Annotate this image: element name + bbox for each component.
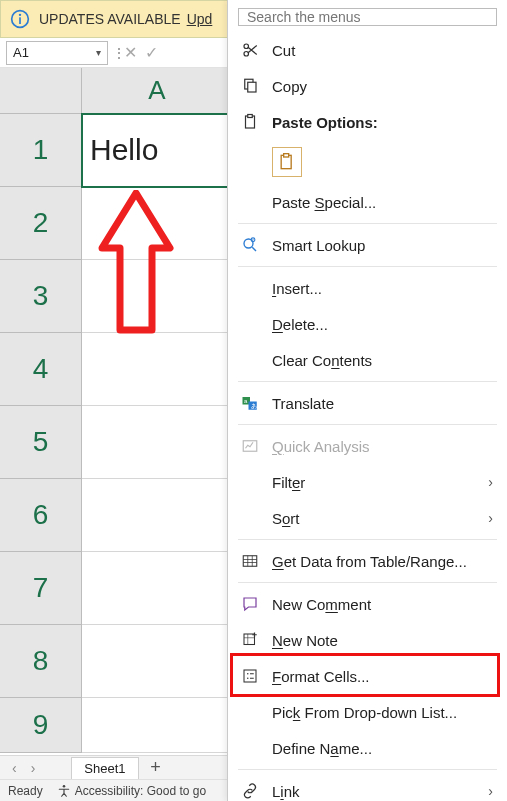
tab-next-icon[interactable]: ›	[27, 760, 40, 776]
column-header-a[interactable]: A	[82, 68, 233, 114]
cell-a3[interactable]	[82, 260, 233, 333]
row-header-2[interactable]: 2	[0, 187, 82, 260]
menu-define-name-label: Define Name...	[272, 740, 493, 757]
chevron-right-icon: ›	[488, 474, 493, 490]
cell-a5[interactable]	[82, 406, 233, 479]
svg-rect-7	[248, 82, 256, 92]
menu-link[interactable]: Link ›	[228, 773, 507, 801]
comment-icon	[240, 594, 260, 614]
grip-icon: ⋮	[112, 45, 118, 61]
menu-translate-label: Translate	[272, 395, 493, 412]
row-header-7[interactable]: 7	[0, 552, 82, 625]
paste-option-row	[228, 140, 507, 184]
menu-pick-list[interactable]: Pick From Drop-down List...	[228, 694, 507, 730]
sheet-tab-1[interactable]: Sheet1	[71, 757, 138, 779]
separator	[238, 769, 497, 770]
menu-smart-lookup[interactable]: Smart Lookup	[228, 227, 507, 263]
table-icon	[240, 551, 260, 571]
svg-rect-9	[248, 115, 253, 118]
menu-new-comment[interactable]: New Comment	[228, 586, 507, 622]
menu-filter-label: Filter	[272, 474, 476, 491]
status-ready: Ready	[8, 784, 43, 798]
menu-define-name[interactable]: Define Name...	[228, 730, 507, 766]
cell-a4[interactable]	[82, 333, 233, 406]
svg-point-1	[19, 14, 21, 16]
menu-smart-lookup-label: Smart Lookup	[272, 237, 493, 254]
menu-paste-options-label: Paste Options:	[272, 114, 493, 131]
cell-a2[interactable]	[82, 187, 233, 260]
svg-point-3	[62, 785, 65, 788]
menu-copy-label: Copy	[272, 78, 493, 95]
menu-pick-list-label: Pick From Drop-down List...	[272, 704, 493, 721]
tab-prev-icon[interactable]: ‹	[8, 760, 21, 776]
row-header-4[interactable]: 4	[0, 333, 82, 406]
cell-a9[interactable]	[82, 698, 233, 753]
cell-a1[interactable]: Hello	[82, 114, 233, 187]
clipboard-icon	[240, 112, 260, 132]
menu-copy[interactable]: Copy	[228, 68, 507, 104]
row-header-1[interactable]: 1	[0, 114, 82, 187]
row-header-5[interactable]: 5	[0, 406, 82, 479]
name-box-value: A1	[13, 45, 29, 60]
add-sheet-icon[interactable]: +	[145, 757, 167, 778]
separator	[238, 266, 497, 267]
quick-analysis-icon	[240, 436, 260, 456]
menu-clear-contents[interactable]: Clear Contents	[228, 342, 507, 378]
chevron-down-icon[interactable]: ▾	[96, 47, 101, 58]
accessibility-icon[interactable]: Accessibility: Good to go	[57, 784, 206, 798]
menu-new-comment-label: New Comment	[272, 596, 493, 613]
menu-link-label: Link	[272, 783, 476, 800]
cancel-icon[interactable]: ✕	[122, 43, 139, 62]
separator	[238, 539, 497, 540]
menu-new-note[interactable]: New Note	[228, 622, 507, 658]
menu-get-data-label: Get Data from Table/Range...	[272, 553, 493, 570]
cell-a1-value: Hello	[90, 133, 158, 167]
separator	[238, 381, 497, 382]
note-icon	[240, 630, 260, 650]
menu-insert[interactable]: Insert...	[228, 270, 507, 306]
svg-rect-14	[252, 239, 253, 240]
cell-a6[interactable]	[82, 479, 233, 552]
row-header-9[interactable]: 9	[0, 698, 82, 753]
banner-link[interactable]: Upd	[187, 11, 213, 27]
menu-cut[interactable]: Cut	[228, 32, 507, 68]
menu-delete-label: Delete...	[272, 316, 493, 333]
menu-search-input[interactable]: Search the menus	[238, 8, 497, 26]
svg-rect-22	[244, 670, 256, 682]
svg-point-24	[247, 678, 249, 680]
menu-quick-analysis: Quick Analysis	[228, 428, 507, 464]
menu-paste-special-label: Paste Special...	[272, 194, 493, 211]
row-header-8[interactable]: 8	[0, 625, 82, 698]
search-icon	[240, 235, 260, 255]
paste-default-button[interactable]	[272, 147, 302, 177]
row-header-3[interactable]: 3	[0, 260, 82, 333]
menu-new-note-label: New Note	[272, 632, 493, 649]
svg-point-23	[247, 673, 249, 675]
menu-format-cells[interactable]: Format Cells...	[228, 658, 507, 694]
select-all-corner[interactable]	[0, 68, 82, 114]
menu-paste-special[interactable]: Paste Special...	[228, 184, 507, 220]
scissors-icon	[240, 40, 260, 60]
sheet-tab-label: Sheet1	[84, 761, 125, 776]
separator	[238, 582, 497, 583]
menu-cut-label: Cut	[272, 42, 493, 59]
cell-a7[interactable]	[82, 552, 233, 625]
translate-icon: aあ	[240, 393, 260, 413]
menu-sort[interactable]: Sort ›	[228, 500, 507, 536]
row-header-6[interactable]: 6	[0, 479, 82, 552]
menu-get-data[interactable]: Get Data from Table/Range...	[228, 543, 507, 579]
separator	[238, 424, 497, 425]
separator	[238, 223, 497, 224]
commit-icon[interactable]: ✓	[143, 43, 160, 62]
copy-icon	[240, 76, 260, 96]
menu-search-placeholder: Search the menus	[247, 9, 361, 25]
menu-translate[interactable]: aあ Translate	[228, 385, 507, 421]
format-cells-icon	[240, 666, 260, 686]
menu-delete[interactable]: Delete...	[228, 306, 507, 342]
name-box[interactable]: A1 ▾	[6, 41, 108, 65]
menu-filter[interactable]: Filter ›	[228, 464, 507, 500]
status-accessibility: Accessibility: Good to go	[75, 784, 206, 798]
svg-rect-20	[243, 556, 257, 567]
cell-a8[interactable]	[82, 625, 233, 698]
menu-quick-analysis-label: Quick Analysis	[272, 438, 493, 455]
